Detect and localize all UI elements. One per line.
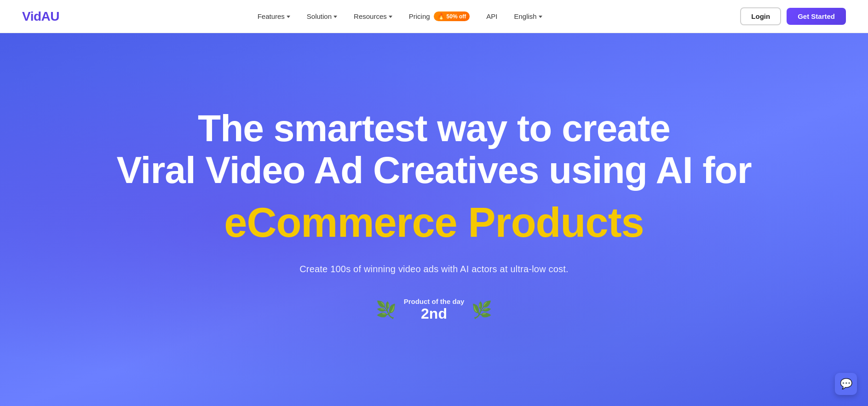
award-label: Product of the day [404,297,465,305]
english-label: English [514,12,536,20]
hero-title-line2: Viral Video Ad Creatives using AI for [116,149,751,191]
pricing-badge: 🔥 50% off [434,11,470,21]
resources-label: Resources [354,12,387,20]
nav-features[interactable]: Features [251,9,297,24]
chevron-down-icon [539,16,542,18]
api-label: API [486,12,497,20]
chevron-down-icon [333,16,337,18]
chevron-down-icon [389,16,392,18]
nav-solution[interactable]: Solution [300,9,344,24]
logo-text: VidAU [22,9,59,24]
get-started-button[interactable]: Get Started [787,8,846,25]
hero-content: The smartest way to create Viral Video A… [116,108,751,322]
login-button[interactable]: Login [740,7,781,25]
nav-pricing[interactable]: Pricing 🔥 50% off [402,8,477,25]
chat-bubble-button[interactable]: 💬 [835,373,857,395]
solution-label: Solution [307,12,332,20]
laurel-right-icon: 🌿 [471,300,492,320]
chat-icon: 💬 [840,378,852,390]
features-label: Features [258,12,285,20]
pricing-badge-text: 50% off [447,13,466,20]
award-rank: 2nd [404,305,465,322]
laurel-left-icon: 🌿 [376,300,397,320]
logo[interactable]: VidAU [22,9,59,24]
navbar-actions: Login Get Started [740,7,846,25]
chevron-down-icon [287,16,290,18]
hero-section: The smartest way to create Viral Video A… [0,33,868,406]
nav-resources[interactable]: Resources [347,9,399,24]
hero-subtitle: Create 100s of winning video ads with AI… [116,264,751,274]
nav-english[interactable]: English [507,9,548,24]
award-text: Product of the day 2nd [404,297,465,322]
hero-title-line1: The smartest way to create [116,108,751,149]
nav-links: Features Solution Resources Pricing 🔥 50… [59,8,740,25]
nav-api[interactable]: API [480,9,504,24]
fire-icon: 🔥 [437,13,445,20]
pricing-label: Pricing [409,12,430,20]
hero-award: 🌿 Product of the day 2nd 🌿 [116,297,751,322]
navbar: VidAU Features Solution Resources Pricin… [0,0,868,33]
hero-title-highlight: eCommerce Products [116,200,751,246]
